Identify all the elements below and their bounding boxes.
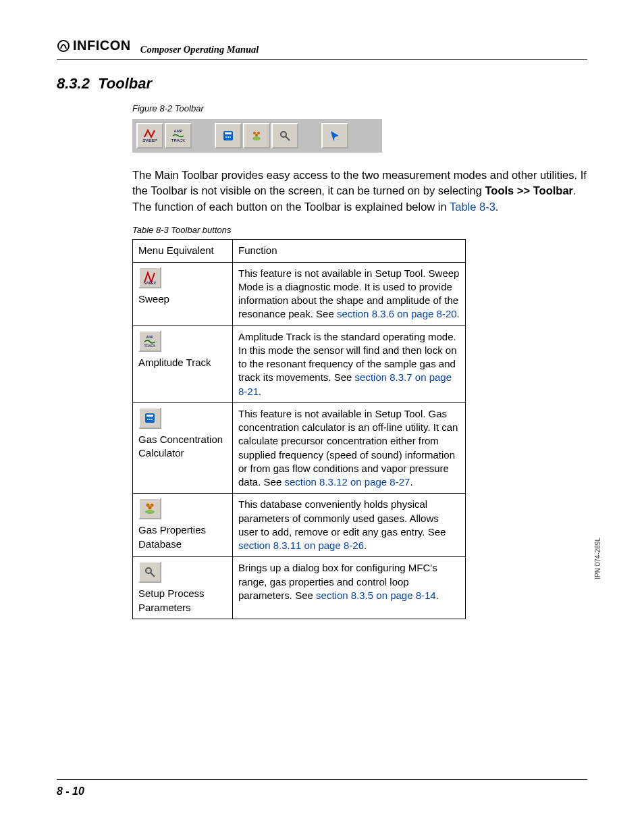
p1-bold: Tools >> Toolbar	[485, 184, 574, 197]
logo-icon	[57, 39, 70, 53]
row-function: This database conveniently holds physica…	[233, 494, 466, 557]
sweep-icon: SWEEP	[138, 267, 161, 288]
svg-point-7	[253, 132, 256, 134]
row-function: This feature is not available in Setup T…	[233, 402, 466, 494]
calculator-icon	[138, 407, 161, 429]
svg-point-8	[257, 132, 260, 134]
table-row: SWEEP Sweep This feature is not availabl…	[133, 262, 466, 325]
svg-rect-16	[146, 415, 153, 417]
svg-text:AMP: AMP	[146, 335, 155, 339]
svg-point-18	[149, 419, 151, 420]
row-label: Amplitude Track	[138, 356, 227, 369]
toolbar-setup-button[interactable]	[271, 123, 298, 149]
svg-point-6	[252, 136, 261, 140]
svg-point-5	[230, 136, 231, 138]
calculator-icon	[221, 129, 235, 142]
figure-caption: Figure 8-2 Toolbar	[132, 103, 587, 113]
side-ipn-label: IPN 074-289L	[594, 538, 601, 579]
track-line-icon	[172, 133, 184, 138]
table-row: Setup Process Parameters Brings up a dia…	[133, 557, 466, 619]
svg-point-23	[149, 506, 152, 510]
table-row: Gas Concentration Calculator This featur…	[133, 402, 466, 494]
section-number: 8.3.2	[57, 75, 90, 92]
svg-text:TRACK: TRACK	[144, 344, 157, 348]
th-menu: Menu Equivalent	[133, 240, 233, 262]
body-paragraph: The Main Toolbar provides easy access to…	[132, 167, 587, 216]
svg-point-19	[151, 419, 153, 420]
row-function: Brings up a dialog box for configuring M…	[233, 557, 466, 619]
table-ref-link[interactable]: Table 8-3	[450, 201, 495, 213]
section-heading: 8.3.2 Toolbar	[57, 75, 587, 93]
toolbar-pointer-button[interactable]	[321, 123, 348, 149]
brand-text: INFICON	[73, 38, 131, 53]
wrench-icon	[278, 129, 292, 142]
wrench-icon	[138, 561, 161, 583]
table-header-row: Menu Equivalent Function	[133, 240, 466, 262]
table-row: Gas Properties Database This database co…	[133, 494, 466, 557]
page-footer: 8 - 10	[57, 779, 587, 798]
sweep-wave-icon	[144, 129, 156, 138]
table-caption: Table 8-3 Toolbar buttons	[132, 225, 587, 235]
toolbar-calculator-button[interactable]	[215, 123, 242, 149]
row-function: Amplitude Track is the standard operatin…	[233, 325, 466, 402]
svg-point-24	[146, 568, 151, 573]
svg-line-25	[151, 573, 155, 577]
row-label: Sweep	[138, 292, 227, 306]
svg-text:SWEEP: SWEEP	[144, 281, 157, 285]
toolbar-buttons-table: Menu Equivalent Function SWEEP Sweep Thi…	[132, 239, 466, 619]
toolbar-amp-track-button[interactable]: AMP TRACK	[165, 123, 192, 149]
svg-point-3	[225, 136, 227, 138]
svg-line-11	[286, 136, 290, 140]
svg-rect-2	[225, 132, 232, 134]
doc-title: Composer Operating Manual	[140, 44, 259, 55]
toolbar-figure: SWEEP AMP TRACK	[132, 119, 382, 153]
section-link[interactable]: section 8.3.6 on page 8-20	[337, 308, 457, 319]
svg-point-4	[227, 136, 229, 138]
svg-point-9	[255, 134, 258, 136]
amp-track-icon: AMPTRACK	[138, 330, 161, 352]
section-link[interactable]: section 8.3.12 on page 8-27	[284, 476, 410, 488]
svg-point-20	[145, 510, 155, 514]
svg-point-21	[146, 504, 150, 507]
svg-point-17	[147, 419, 149, 420]
toolbar-sweep-button[interactable]: SWEEP	[136, 123, 163, 149]
svg-point-0	[58, 41, 69, 51]
section-title: Toolbar	[98, 75, 152, 92]
table-row: AMPTRACK Amplitude Track Amplitude Track…	[133, 325, 466, 402]
row-label: Gas Concentration Calculator	[138, 433, 227, 461]
gas-database-icon	[138, 498, 161, 519]
row-function: This feature is not available in Setup T…	[233, 262, 466, 325]
page-header: INFICON Composer Operating Manual	[57, 38, 587, 60]
row-label: Gas Properties Database	[138, 523, 227, 551]
svg-point-22	[151, 504, 154, 507]
pointer-icon	[328, 129, 342, 142]
th-function: Function	[233, 240, 466, 262]
svg-point-10	[281, 132, 286, 137]
page-number: 8 - 10	[57, 785, 84, 797]
row-label: Setup Process Parameters	[138, 587, 227, 615]
toolbar-gas-db-button[interactable]	[243, 123, 270, 149]
section-link[interactable]: section 8.3.5 on page 8-14	[316, 590, 436, 601]
section-link[interactable]: section 8.3.11 on page 8-26	[238, 540, 364, 551]
gas-database-icon	[250, 129, 263, 142]
p1-text-d: .	[495, 201, 499, 213]
brand-logo: INFICON	[57, 38, 131, 53]
